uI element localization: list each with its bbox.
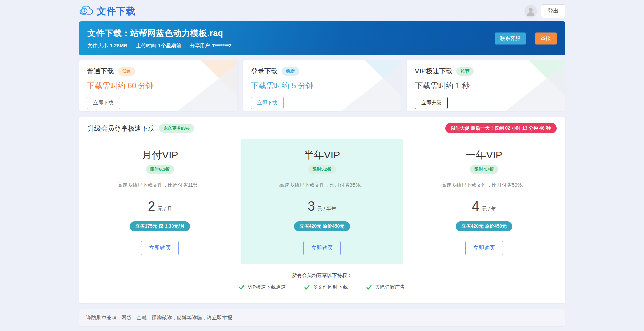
plan-yearly-vip: 一年VIP 限时4.7折 高速多线程下载文件，比月付省50%。 4元 / 年 立… — [403, 139, 565, 264]
vip-section: 升级会员尊享极速下载 永久更省83% 限时大促 最后一天！仅剩 02 小时 13… — [79, 117, 565, 303]
privilege-item: 去除弹窗广告 — [366, 284, 405, 291]
check-icon — [239, 285, 244, 290]
check-icon — [366, 285, 372, 290]
download-time-estimate: 下载需时约 5 分钟 — [251, 81, 393, 91]
file-banner: 文件下载：站帮网蓝色动力模板.raq 文件大小1.28MB 上传时间1个星期前 … — [79, 21, 565, 55]
card-title: VIP极速下载 — [415, 67, 452, 76]
plan-description: 高速多线程下载文件，比月付省50%。 — [410, 182, 559, 188]
discount-badge: 限时4.7折 — [470, 165, 498, 174]
plan-description: 高速多线程下载文件，比月付省35%。 — [248, 182, 396, 188]
logo-cloud-lightning-icon — [79, 4, 94, 18]
recommend-badge: 推荐 — [456, 67, 474, 76]
plan-halfyear-vip: 半年VIP 限时5.2折 高速多线程下载文件，比月付省35%。 3元 / 半年 … — [241, 139, 403, 264]
card-login-download: 登录下载 稳定 下载需时约 5 分钟 立即下载 — [243, 60, 401, 111]
speed-badge: 低速 — [118, 67, 135, 76]
buy-now-button[interactable]: 立即购买 — [141, 241, 179, 255]
download-time-estimate: 下载需时约 60 分钟 — [87, 81, 229, 91]
file-title: 文件下载：站帮网蓝色动力模板.raq — [88, 28, 557, 39]
privileges-area: 所有会员均尊享以下特权： VIP极速下载通道 多文件同时下载 去除弹窗广告 — [79, 264, 565, 303]
site-logo[interactable]: 文件下载 — [79, 4, 136, 18]
user-icon — [524, 5, 537, 18]
report-button[interactable]: 举报 — [535, 32, 557, 44]
card-normal-download: 普通下载 低速 下载需时约 60 分钟 立即下载 — [79, 60, 237, 111]
save-amount-badge: 立省420元 原价450元 — [456, 221, 512, 231]
site-title: 文件下载 — [97, 5, 136, 18]
download-now-button[interactable]: 立即下载 — [87, 97, 120, 109]
plan-price: 4元 / 年 — [410, 199, 559, 214]
file-size: 文件大小1.28MB — [88, 43, 128, 49]
plan-description: 高速多线程下载文件，比周付省11%。 — [86, 182, 235, 188]
upload-time: 上传时间1个星期前 — [136, 43, 181, 49]
check-icon — [304, 285, 310, 290]
privilege-item: VIP极速下载通道 — [239, 284, 286, 291]
plan-price: 3元 / 半年 — [248, 199, 396, 214]
stability-badge: 稳定 — [282, 67, 299, 76]
countdown-promo-badge: 限时大促 最后一天！仅剩 02 小时 13 分钟 46 秒 — [445, 123, 557, 133]
plan-price: 2元 / 月 — [86, 199, 235, 214]
plan-name: 月付VIP — [86, 148, 235, 162]
privilege-item: 多文件同时下载 — [304, 284, 348, 291]
vip-plans: 月付VIP 限时6.3折 高速多线程下载文件，比周付省11%。 2元 / 月 立… — [79, 139, 565, 264]
download-now-button[interactable]: 立即下载 — [251, 97, 284, 109]
buy-now-button[interactable]: 立即购买 — [303, 241, 341, 255]
plan-name: 半年VIP — [248, 148, 396, 162]
discount-badge: 限时5.2折 — [308, 165, 336, 174]
plan-name: 一年VIP — [410, 148, 559, 162]
download-options: 普通下载 低速 下载需时约 60 分钟 立即下载 登录下载 稳定 下载需时约 5… — [79, 60, 565, 111]
buy-now-button[interactable]: 立即购买 — [465, 241, 503, 255]
privileges-title: 所有会员均尊享以下特权： — [79, 272, 565, 279]
discount-badge: 限时6.3折 — [146, 165, 174, 174]
page-header: 文件下载 登出 — [79, 0, 565, 21]
file-meta: 文件大小1.28MB 上传时间1个星期前 分享用户T*******2 — [88, 43, 557, 49]
save-amount-badge: 立省175元 仅 1.33元/月 — [130, 221, 190, 231]
plan-monthly-vip: 月付VIP 限时6.3折 高速多线程下载文件，比周付省11%。 2元 / 月 立… — [79, 139, 241, 264]
anti-fraud-warning: 谨防刷单兼职，网贷，金融，裸聊敲诈，赌博等诈骗，请立即举报 — [79, 309, 565, 327]
card-title: 普通下载 — [87, 67, 114, 76]
savings-badge: 永久更省83% — [159, 124, 194, 133]
logout-button[interactable]: 登出 — [541, 4, 565, 18]
vip-section-title: 升级会员尊享极速下载 — [88, 124, 155, 133]
share-user: 分享用户T*******2 — [190, 43, 231, 49]
card-vip-download: VIP极速下载 推荐 下载需时约 1 秒 立即升级 — [407, 60, 565, 111]
contact-support-button[interactable]: 联系客服 — [495, 32, 526, 44]
upgrade-now-button[interactable]: 立即升级 — [415, 97, 448, 109]
user-avatar[interactable] — [524, 5, 537, 18]
save-amount-badge: 立省420元 原价450元 — [294, 221, 350, 231]
card-title: 登录下载 — [251, 67, 278, 76]
download-time-estimate: 下载需时约 1 秒 — [415, 81, 557, 91]
